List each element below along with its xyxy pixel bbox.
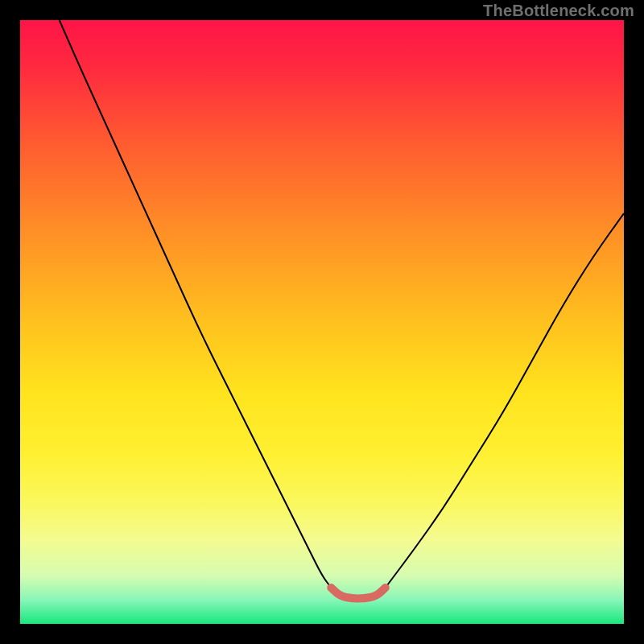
plot-area bbox=[20, 20, 624, 624]
watermark-text: TheBottleneck.com bbox=[483, 2, 634, 20]
bottleneck-chart-svg bbox=[20, 20, 624, 624]
chart-background bbox=[20, 20, 624, 624]
chart-frame: TheBottleneck.com bbox=[0, 0, 644, 644]
